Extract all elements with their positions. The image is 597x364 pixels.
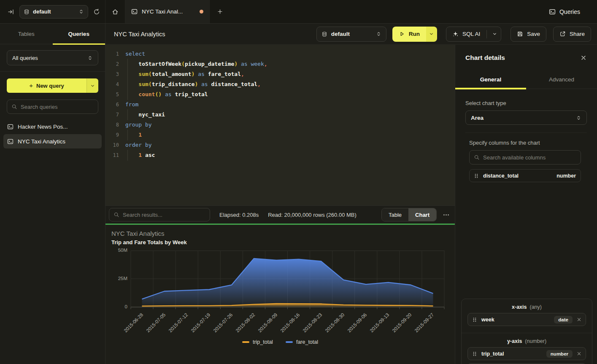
rows-read: Read: 20,000,000 rows (260.00 MB) [268,212,357,218]
chart-type-select[interactable]: Area [465,111,587,125]
code-line[interactable]: sum(total_amount) as fare_total, [125,69,455,79]
legend-marker [242,341,249,343]
column-type: number [556,173,577,179]
line-number: 11 [105,150,119,160]
y-axis-items: trip_totalnumberfare_totalnumber [467,347,586,364]
code-line[interactable]: select [125,49,455,59]
sql-editor[interactable]: 1234567891011 select toStartOfWeek(picku… [105,45,455,205]
remove-column-icon[interactable] [576,317,582,322]
table-view-button[interactable]: Table [382,208,408,221]
legend-item[interactable]: trip_total [242,339,273,345]
drag-handle-icon[interactable] [472,351,478,357]
line-number: 9 [105,130,119,140]
code-line[interactable]: from [125,100,455,110]
column-row[interactable]: distance_totalnumber [469,169,581,182]
available-columns-list: distance_totalnumber [469,169,581,182]
column-name: trip_total [481,351,504,357]
tab-general[interactable]: General [455,70,526,89]
chevron-updown-icon [87,55,93,61]
code-line[interactable]: sum(trip_distance) as distance_total, [125,79,455,89]
terminal-icon [131,8,138,15]
sidebar-tabs: Tables Queries [0,24,105,44]
save-button[interactable]: Save [511,27,546,42]
code-line[interactable]: count() as trip_total [125,89,455,100]
chart-type-label: Select chart type [465,100,587,106]
code-line[interactable]: 1 asc [125,150,455,160]
sidebar: Tables Queries All queries +New query Ha… [0,24,105,364]
search-icon [474,154,480,160]
line-number: 1 [105,49,119,59]
close-icon[interactable] [580,54,587,61]
chevron-updown-icon [376,31,381,37]
share-button[interactable]: Share [553,27,591,42]
chart-view-button[interactable]: Chart [408,208,436,221]
column-name: week [481,317,494,323]
tab-tables[interactable]: Tables [0,24,53,44]
column-name: distance_total [483,173,519,179]
queries-button[interactable]: Queries [549,0,597,23]
columns-label: Specify columns for the chart [469,140,581,146]
column-row[interactable]: weekdate [467,313,586,326]
line-number: 2 [105,59,119,69]
y-axis-tick-label: 25M [109,276,127,281]
results-toolbar: Elapsed: 0.208s Read: 20,000,000 rows (2… [105,205,455,224]
query-tab-active[interactable]: NYC Taxi Anal... [125,0,210,23]
drag-handle-icon[interactable] [472,317,478,323]
divider [486,30,487,38]
search-queries-input[interactable] [21,104,94,110]
chart-plot[interactable] [131,251,444,310]
collapse-sidebar-icon[interactable] [8,8,14,15]
line-number: 5 [105,89,119,100]
chart-details-panel: Chart details General Advanced Select ch… [455,45,597,364]
code-line[interactable]: order by [125,140,455,150]
sql-ai-button[interactable]: SQL AI [446,27,501,42]
search-icon [11,104,17,110]
tab-advanced[interactable]: Advanced [526,70,597,89]
toolbar-database-selector[interactable]: default [316,27,386,42]
new-tab-button[interactable] [210,0,230,23]
chevron-down-icon [90,83,95,89]
column-row[interactable]: trip_totalnumber [467,347,586,360]
query-filter-select[interactable]: All queries [7,50,98,65]
legend-label: fare_total [296,339,318,345]
more-options-icon[interactable] [443,211,450,218]
database-selector[interactable]: default [19,5,88,19]
terminal-icon [7,138,14,145]
database-icon [321,31,327,37]
run-button[interactable]: Run [392,27,437,42]
code-line[interactable]: toStartOfWeek(pickup_datetime) as week, [125,59,455,69]
code-line[interactable]: group by [125,120,455,130]
legend-marker [286,341,293,343]
code-line[interactable]: nyc_taxi [125,110,455,120]
x-axis-items: weekdate [467,313,586,326]
code-line[interactable]: 1 [125,130,455,140]
new-query-button[interactable]: +New query [7,78,98,93]
axis-config-box: x-axis (any) weekdate y-axis (number) tr… [461,299,592,364]
line-number-gutter: 1234567891011 [105,49,119,205]
top-bar: default NYC Taxi Anal... Queries [0,0,597,24]
line-number: 7 [105,110,119,120]
search-columns-input[interactable] [483,154,576,161]
y-axis-tick-label: 0 [109,304,127,309]
search-columns-box [469,150,581,164]
new-query-dropdown[interactable] [86,78,98,93]
chart-subtitle: Trip and Fare Totals by Week [111,239,187,245]
tab-queries[interactable]: Queries [53,24,105,44]
line-number: 4 [105,79,119,89]
y-axis-tick-label: 50M [109,248,127,253]
search-results-input[interactable] [123,212,205,218]
view-toggle: Table Chart [381,208,437,221]
play-icon [399,31,405,37]
legend-item[interactable]: fare_total [286,339,318,345]
plus-icon: + [29,82,33,89]
remove-column-icon[interactable] [576,351,582,356]
code-area[interactable]: select toStartOfWeek(pickup_datetime) as… [119,49,455,205]
sidebar-query-item[interactable]: NYC Taxi Analytics [3,134,102,148]
sidebar-query-item[interactable]: Hacker News Pos... [3,119,102,134]
home-tab[interactable] [105,0,125,23]
query-item-label: Hacker News Pos... [18,124,68,130]
elapsed-time: Elapsed: 0.208s [219,212,259,218]
refresh-icon[interactable] [93,8,100,15]
run-options-dropdown[interactable] [426,27,437,42]
drag-handle-icon[interactable] [473,173,479,179]
